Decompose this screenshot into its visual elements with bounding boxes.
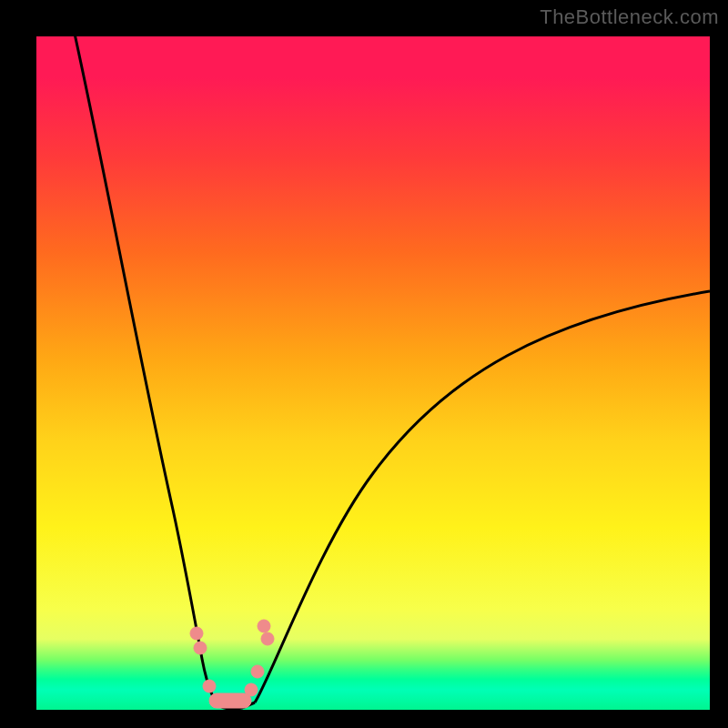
plot-area [36,36,710,710]
watermark-text: TheBottleneck.com [540,5,719,29]
marker-dot [203,680,216,693]
marker-dot [258,620,270,632]
chart-frame: TheBottleneck.com [0,0,728,728]
marker-dot [261,632,274,645]
marker-dot [251,665,264,678]
bottleneck-curve [36,36,710,710]
marker-dot [245,683,258,696]
marker-dot [194,642,207,654]
marker-bar [209,693,251,708]
marker-dot [190,627,203,640]
curve-left-branch [69,36,218,705]
curve-right-branch [255,291,710,703]
